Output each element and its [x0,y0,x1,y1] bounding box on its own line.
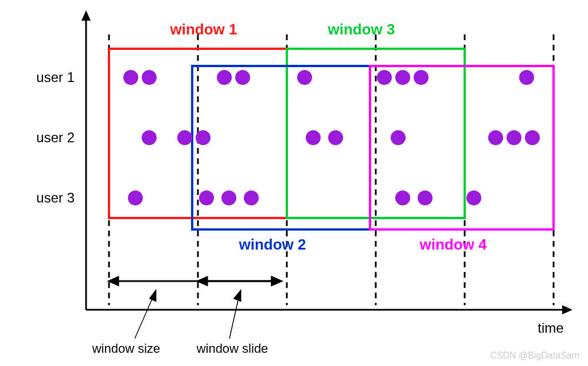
svg-point-22 [306,130,321,145]
svg-point-12 [217,70,232,85]
size-slide-labels: window size window slide [92,341,268,356]
svg-point-13 [235,70,250,85]
svg-point-24 [391,130,406,145]
svg-point-28 [128,190,143,205]
window-4-label: window 4 [419,236,488,253]
svg-marker-3 [562,305,573,314]
svg-point-17 [414,70,429,85]
svg-point-29 [199,190,214,205]
svg-marker-42 [272,277,281,285]
size-slide-arrows [109,277,281,338]
tick-lines [109,34,554,305]
svg-marker-41 [198,277,207,285]
axes: time [81,10,573,336]
window-3-label: window 3 [328,21,395,38]
svg-point-11 [142,70,157,85]
svg-point-27 [525,130,540,145]
svg-point-16 [395,70,410,85]
svg-point-21 [196,130,211,145]
svg-point-15 [377,70,392,85]
event-dots [123,70,540,205]
svg-point-32 [395,190,410,205]
svg-marker-36 [109,277,118,285]
watermark: CSDN @BigDataSam [490,351,579,360]
svg-point-25 [488,130,503,145]
svg-marker-44 [235,291,240,301]
window-size-label: window size [92,341,161,356]
svg-point-31 [244,190,259,205]
svg-marker-1 [81,10,91,21]
svg-point-30 [221,190,236,205]
svg-point-14 [297,70,312,85]
x-axis-label: time [538,320,563,336]
user-3-label: user 3 [36,190,75,205]
svg-point-26 [507,130,521,145]
svg-point-19 [142,130,157,145]
svg-point-23 [328,130,343,145]
user-2-label: user 2 [36,130,75,145]
user-labels: user 1 user 2 user 3 [36,69,75,205]
window-1-label: window 1 [170,21,237,38]
svg-point-33 [418,190,433,205]
window-2-label: window 2 [239,236,306,253]
svg-point-34 [466,190,481,205]
svg-point-18 [519,70,534,85]
svg-point-10 [123,70,138,85]
svg-marker-39 [150,291,155,301]
window-2-rect [192,66,370,229]
user-1-label: user 1 [36,69,75,85]
window-4-rect [370,66,554,229]
window-slide-label: window slide [196,341,268,356]
svg-point-20 [177,130,192,145]
